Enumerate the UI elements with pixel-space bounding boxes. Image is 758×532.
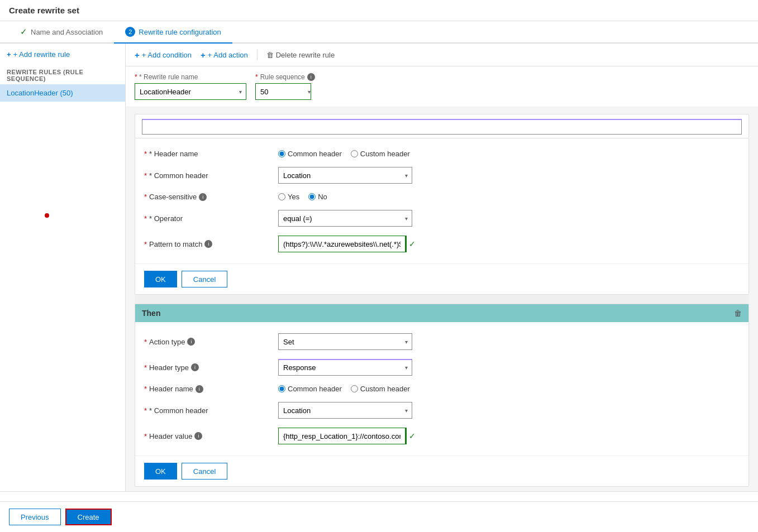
tab-rewrite-label: Rewrite rule configuration <box>139 28 221 36</box>
yes-radio-label[interactable]: Yes <box>278 193 299 201</box>
gray-separator <box>135 295 749 304</box>
tab-rewrite-config[interactable]: 2 Rewrite rule configuration <box>114 21 232 44</box>
header-name-row: * * Header name Common header Custom hea… <box>144 145 740 162</box>
pattern-info-icon: i <box>204 240 212 248</box>
then-common-header-label: * * Common header <box>144 406 278 415</box>
check-icon: ✓ <box>20 27 27 37</box>
condition-card-partial <box>135 114 749 138</box>
tab-name-association[interactable]: ✓ Name and Association <box>9 21 114 44</box>
condition-card-footer: OK Cancel <box>135 263 749 294</box>
then-header-name-row: * Header name i Common header <box>144 380 740 397</box>
then-common-header-radio[interactable] <box>278 385 285 392</box>
then-common-header-select[interactable]: Location <box>278 402 412 419</box>
rule-sequence-label: * Rule sequence i <box>255 73 315 81</box>
pattern-row: * Pattern to match i ✓ <box>144 231 740 257</box>
action-type-control: Set ▾ <box>278 333 412 350</box>
rule-name-select[interactable]: LocationHeader <box>135 83 246 100</box>
rule-sequence-info-icon: i <box>307 73 315 81</box>
common-header-control: Location ▾ <box>278 167 412 184</box>
add-rule-plus-icon: + <box>7 50 11 59</box>
header-type-select[interactable]: Response <box>278 359 412 376</box>
common-header-radio[interactable] <box>278 150 285 157</box>
header-type-info-icon: i <box>191 363 199 371</box>
then-header-name-control: Common header Custom header <box>278 385 410 393</box>
add-condition-button[interactable]: + + Add condition <box>135 50 192 60</box>
then-header-name-label: * Header name i <box>144 385 278 393</box>
rule-name-label: * * Rewrite rule name <box>135 73 246 81</box>
add-condition-plus-icon: + <box>135 50 140 60</box>
header-type-control: Response ▾ <box>278 359 412 376</box>
rule-item-label: LocationHeader (50) <box>7 89 73 97</box>
action-type-row: * Action type i Set ▾ <box>144 329 740 354</box>
common-header-select[interactable]: Location <box>278 167 412 184</box>
then-custom-header-radio[interactable] <box>351 385 358 392</box>
header-type-row: * Header type i Response ▾ <box>144 354 740 380</box>
case-sensitive-label: * Case-sensitive i <box>144 193 278 201</box>
rule-name-field: * * Rewrite rule name LocationHeader ▾ <box>135 73 246 100</box>
toolbar: + + Add condition + + Add action 🗑 Delet… <box>126 44 758 66</box>
then-delete-icon[interactable]: 🗑 <box>734 309 742 318</box>
action-type-info-icon: i <box>187 338 195 346</box>
delete-rewrite-rule-button[interactable]: 🗑 Delete rewrite rule <box>266 51 335 59</box>
pattern-input[interactable] <box>278 236 407 252</box>
action-type-label: * Action type i <box>144 338 278 346</box>
header-name-control: Common header Custom header <box>278 150 410 158</box>
content-area: + + Add condition + + Add action 🗑 Delet… <box>126 44 758 491</box>
then-common-header-control: Location ▾ <box>278 402 412 419</box>
case-sensitive-info-icon: i <box>199 193 207 201</box>
delete-trash-icon: 🗑 <box>266 51 274 59</box>
action-type-select[interactable]: Set <box>278 333 412 350</box>
custom-header-radio-label[interactable]: Custom header <box>351 150 410 158</box>
page-container: Create rewrite set ✓ Name and Associatio… <box>0 0 758 492</box>
add-action-plus-icon: + <box>201 50 206 60</box>
header-value-label: * Header value i <box>144 432 278 440</box>
then-card: Then 🗑 * Action type i Se <box>135 304 749 487</box>
tabs-bar: ✓ Name and Association 2 Rewrite rule co… <box>0 21 758 44</box>
header-value-info-icon: i <box>194 432 202 440</box>
header-value-input[interactable] <box>278 428 407 444</box>
add-rewrite-rule-button[interactable]: + + Add rewrite rule <box>7 50 118 59</box>
header-value-control: ✓ <box>278 428 416 444</box>
add-action-button[interactable]: + + Add action <box>201 50 248 60</box>
rule-sequence-field: * Rule sequence i 50 ▾ <box>255 73 315 100</box>
case-sensitive-row: * Case-sensitive i Yes No <box>144 188 740 205</box>
then-header: Then 🗑 <box>135 304 749 322</box>
yes-radio[interactable] <box>278 193 285 200</box>
then-cancel-button[interactable]: Cancel <box>182 463 227 480</box>
then-card-footer: OK Cancel <box>135 456 749 486</box>
operator-row: * * Operator equal (=) ▾ <box>144 205 740 231</box>
condition-cancel-button[interactable]: Cancel <box>182 271 227 287</box>
page-title: Create rewrite set <box>9 6 749 15</box>
no-radio[interactable] <box>308 193 316 200</box>
then-custom-header-radio-label[interactable]: Custom header <box>351 385 410 393</box>
condition-card: * * Header name Common header Custom hea… <box>135 138 749 295</box>
header-value-row: * Header value i ✓ <box>144 423 740 449</box>
partial-input[interactable] <box>142 119 742 135</box>
then-label: Then <box>142 309 160 318</box>
common-header-label: * * Common header <box>144 171 278 180</box>
case-sensitive-control: Yes No <box>278 193 327 201</box>
sidebar-section-label: REWRITE RULES (RULE SEQUENCE) <box>0 64 125 84</box>
operator-label: * * Operator <box>144 214 278 223</box>
then-common-header-radio-label[interactable]: Common header <box>278 385 342 393</box>
rule-sequence-select[interactable]: 50 <box>255 83 311 100</box>
sidebar: + + Add rewrite rule REWRITE RULES (RULE… <box>0 44 126 491</box>
red-dot <box>45 213 49 218</box>
tab-num-badge: 2 <box>125 27 135 37</box>
header-name-label: * * Header name <box>144 150 278 158</box>
cards-area: * * Header name Common header Custom hea… <box>126 114 758 487</box>
pattern-control: ✓ <box>278 236 416 252</box>
custom-header-radio[interactable] <box>351 150 358 157</box>
toolbar-divider <box>257 49 258 60</box>
operator-select[interactable]: equal (=) <box>278 210 412 227</box>
then-ok-button[interactable]: OK <box>144 463 177 480</box>
no-radio-label[interactable]: No <box>308 193 327 201</box>
pattern-check-icon: ✓ <box>409 239 416 248</box>
rule-item-locationheader[interactable]: LocationHeader (50) <box>0 84 125 102</box>
rule-form-row: * * Rewrite rule name LocationHeader ▾ *… <box>126 66 758 107</box>
common-header-radio-label[interactable]: Common header <box>278 150 342 158</box>
then-header-name-info-icon: i <box>196 385 203 393</box>
page-header: Create rewrite set <box>0 0 758 21</box>
operator-control: equal (=) ▾ <box>278 210 412 227</box>
condition-ok-button[interactable]: OK <box>144 271 177 287</box>
